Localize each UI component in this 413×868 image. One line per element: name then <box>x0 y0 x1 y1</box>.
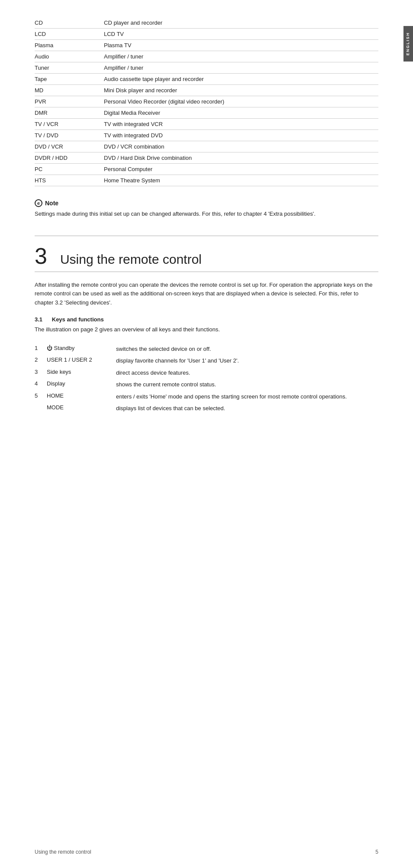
device-code: Audio <box>35 51 104 62</box>
device-description: Digital Media Receiver <box>104 107 378 119</box>
footer-left: Using the remote control <box>35 849 91 855</box>
device-code: CD <box>35 17 104 29</box>
key-label: HOME <box>47 391 116 403</box>
key-label: USER 1 / USER 2 <box>47 355 116 367</box>
table-row: Plasma Plasma TV <box>35 40 378 51</box>
note-title: e Note <box>35 199 378 207</box>
page-container: ENGLISH CD CD player and recorder LCD LC… <box>0 0 413 868</box>
key-description: direct access device features. <box>116 367 378 379</box>
device-description: TV with integrated VCR <box>104 119 378 130</box>
device-code: Plasma <box>35 40 104 51</box>
device-code: DVD / VCR <box>35 141 104 152</box>
device-description: Mini Disk player and recorder <box>104 85 378 96</box>
chapter-title: Using the remote control <box>60 252 202 267</box>
key-number: 5 <box>35 391 47 403</box>
footer-right: 5 <box>375 849 378 855</box>
device-description: CD player and recorder <box>104 17 378 29</box>
key-row: 3 Side keys direct access device feature… <box>35 367 378 379</box>
table-row: DVD / VCR DVD / VCR combination <box>35 141 378 152</box>
key-description: enters / exits 'Home' mode and opens the… <box>116 391 378 403</box>
key-row: 1 ⏻ Standby switches the selected device… <box>35 343 378 355</box>
device-code: MD <box>35 85 104 96</box>
key-row: 2 USER 1 / USER 2 display favorite chann… <box>35 355 378 367</box>
device-code: LCD <box>35 29 104 40</box>
key-row: 4 Display shows the current remote contr… <box>35 379 378 391</box>
table-row: Tape Audio cassette tape player and reco… <box>35 74 378 85</box>
table-row: CD CD player and recorder <box>35 17 378 29</box>
device-code: HTS <box>35 175 104 186</box>
sidebar-tab: ENGLISH <box>403 26 413 62</box>
device-code: DMR <box>35 107 104 119</box>
device-description: Plasma TV <box>104 40 378 51</box>
sub-section-number: 3.1 <box>35 316 42 323</box>
chapter-number: 3 <box>35 245 47 267</box>
key-description: display favorite channels for 'User 1' a… <box>116 355 378 367</box>
device-code: Tape <box>35 74 104 85</box>
key-number: 2 <box>35 355 47 367</box>
key-description: displays list of devices that can be sel… <box>116 402 378 415</box>
key-label: Display <box>47 379 116 391</box>
table-row: DMR Digital Media Receiver <box>35 107 378 119</box>
table-row: Tuner Amplifier / tuner <box>35 62 378 74</box>
sub-section-description: The illustration on page 2 gives an over… <box>35 325 378 334</box>
device-description: Personal Video Recorder (digital video r… <box>104 96 378 107</box>
key-row: 5 HOME enters / exits 'Home' mode and op… <box>35 391 378 403</box>
device-description: Audio cassette tape player and recorder <box>104 74 378 85</box>
device-description: Amplifier / tuner <box>104 62 378 74</box>
table-row: TV / VCR TV with integrated VCR <box>35 119 378 130</box>
device-code: PVR <box>35 96 104 107</box>
device-description: TV with integrated DVD <box>104 130 378 141</box>
key-number: 4 <box>35 379 47 391</box>
table-row: DVDR / HDD DVD / Hard Disk Drive combina… <box>35 152 378 164</box>
device-description: LCD TV <box>104 29 378 40</box>
device-description: DVD / VCR combination <box>104 141 378 152</box>
key-description: shows the current remote control status. <box>116 379 378 391</box>
table-row: PC Personal Computer <box>35 164 378 175</box>
key-label: MODE <box>47 402 116 415</box>
key-label: ⏻ Standby <box>47 343 116 355</box>
device-code: DVDR / HDD <box>35 152 104 164</box>
chapter-top-divider <box>35 236 378 236</box>
page-footer: Using the remote control 5 <box>35 849 378 855</box>
note-icon: e <box>35 199 42 207</box>
chapter-heading: 3 Using the remote control <box>35 245 378 267</box>
sub-section-heading: 3.1 Keys and functions <box>35 316 378 323</box>
key-label: Side keys <box>47 367 116 379</box>
table-row: TV / DVD TV with integrated DVD <box>35 130 378 141</box>
device-description: Amplifier / tuner <box>104 51 378 62</box>
table-row: PVR Personal Video Recorder (digital vid… <box>35 96 378 107</box>
device-code: TV / VCR <box>35 119 104 130</box>
table-row: HTS Home Theatre System <box>35 175 378 186</box>
device-description: DVD / Hard Disk Drive combination <box>104 152 378 164</box>
key-number: 1 <box>35 343 47 355</box>
key-description: switches the selected device on or off. <box>116 343 378 355</box>
key-row: MODE displays list of devices that can b… <box>35 402 378 415</box>
key-number: 3 <box>35 367 47 379</box>
chapter-bottom-divider <box>35 272 378 272</box>
table-row: LCD LCD TV <box>35 29 378 40</box>
note-label: Note <box>45 200 58 207</box>
intro-paragraph: After installing the remote control you … <box>35 281 378 308</box>
note-section: e Note Settings made during this initial… <box>35 199 378 218</box>
note-text: Settings made during this initial set up… <box>35 210 378 218</box>
keys-table: 1 ⏻ Standby switches the selected device… <box>35 343 378 415</box>
device-description: Personal Computer <box>104 164 378 175</box>
table-row: Audio Amplifier / tuner <box>35 51 378 62</box>
device-code: TV / DVD <box>35 130 104 141</box>
device-table: CD CD player and recorder LCD LCD TV Pla… <box>35 17 378 186</box>
key-number <box>35 402 47 415</box>
sub-section-title: Keys and functions <box>52 316 104 323</box>
device-description: Home Theatre System <box>104 175 378 186</box>
device-code: Tuner <box>35 62 104 74</box>
device-code: PC <box>35 164 104 175</box>
table-row: MD Mini Disk player and recorder <box>35 85 378 96</box>
